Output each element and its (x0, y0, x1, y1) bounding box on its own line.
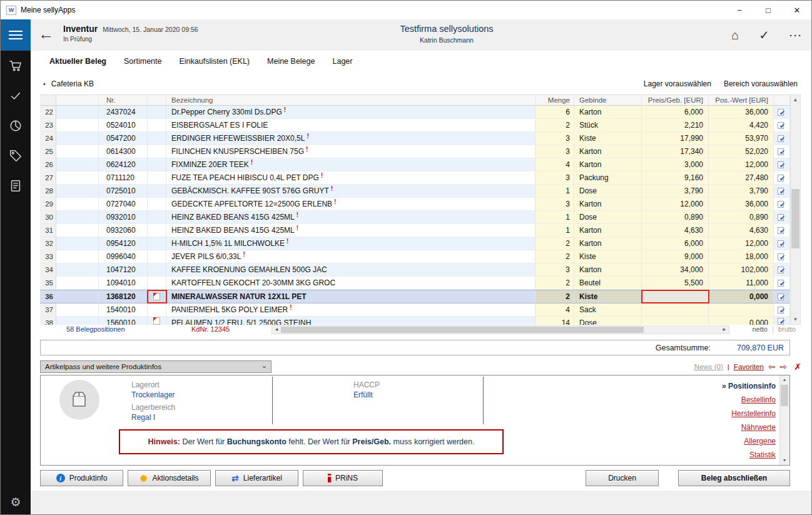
row-preis[interactable]: 0,890 (642, 211, 709, 223)
header-bezeichnung[interactable]: Bezeichnung (166, 95, 535, 105)
scroll-down-icon[interactable]: ▼ (791, 315, 800, 324)
row-check-icon[interactable] (778, 134, 786, 143)
row-preis[interactable]: 3,000 (642, 158, 709, 171)
checkmark-icon[interactable] (1, 81, 31, 111)
row-check-cell[interactable] (774, 277, 790, 289)
row-check-cell[interactable] (774, 224, 790, 237)
scrollbar-thumb[interactable] (791, 189, 799, 248)
row-check-icon[interactable] (778, 186, 786, 195)
bestellinfo-link[interactable]: Bestellinfo (722, 393, 776, 407)
brutto-toggle[interactable]: brutto (778, 325, 796, 333)
row-check-cell[interactable] (774, 198, 790, 210)
minimize-button[interactable]: − (725, 1, 754, 19)
table-row[interactable]: 310932060HEINZ BAKED BEANS 415G 425ML!1K… (40, 224, 790, 237)
allergene-link[interactable]: Allergene (722, 434, 776, 448)
close-panel-icon[interactable]: ✗ (794, 362, 801, 372)
nav-left-arrow-icon[interactable]: ⇦ (768, 362, 776, 371)
table-row[interactable]: 280725010GEBÄCKMISCH. KAFFEE 90ST 576G G… (40, 185, 790, 198)
header-wert[interactable]: Pos.-Wert [EUR] (709, 95, 774, 105)
row-check-cell[interactable] (774, 263, 790, 276)
scroll-right-icon[interactable]: ► (720, 326, 729, 334)
prins-button[interactable]: PRiNS (303, 470, 383, 486)
produktinfo-button[interactable]: i Produktinfo (40, 470, 123, 486)
table-row[interactable]: 351094010KARTOFFELN GEKOCHT 20-30MM 3KG … (40, 277, 790, 290)
row-check-cell[interactable] (774, 132, 790, 145)
row-check-cell[interactable] (774, 119, 790, 131)
pie-chart-icon[interactable] (1, 111, 31, 141)
row-preis[interactable]: 9,160 (642, 171, 709, 184)
tab-aktueller-beleg[interactable]: Aktueller Beleg (49, 57, 106, 66)
table-row[interactable]: 361368120MINERALWASSER NATUR 12X1L PET2K… (40, 290, 790, 303)
tab-lager[interactable]: Lager (332, 57, 352, 66)
positionsinfo-link[interactable]: » Positionsinfo (722, 379, 776, 393)
row-check-cell[interactable] (774, 145, 790, 158)
row-check-cell[interactable] (774, 317, 790, 325)
row-check-icon[interactable] (778, 121, 786, 130)
scrollbar-thumb[interactable] (781, 385, 788, 406)
table-row[interactable]: 320954120H-MILCH 1,5% 1L MILCHWOLKE!2Kar… (40, 237, 790, 250)
row-check-cell[interactable] (774, 185, 790, 197)
scroll-down-icon[interactable]: ▼ (780, 456, 789, 465)
table-row[interactable]: 222437024Dr.Pepper Cherry 330ml Ds.DPG!6… (40, 106, 790, 119)
row-check-cell[interactable] (774, 106, 790, 118)
row-preis[interactable]: 17,990 (642, 132, 709, 145)
tab-meine-belege[interactable]: Meine Belege (267, 57, 315, 66)
panel-scrollbar[interactable]: ▲ ▼ (779, 375, 789, 465)
table-row[interactable]: 250614300FILINCHEN KNUSPERSCHEIBEN 75G!3… (40, 145, 790, 158)
scroll-up-icon[interactable]: ▲ (780, 375, 789, 384)
news-link[interactable]: News (0) (694, 363, 723, 370)
tab-einkaufslisten[interactable]: Einkaufslisten (EKL) (179, 57, 250, 66)
beleg-abschliessen-button[interactable]: Beleg abschließen (678, 470, 790, 486)
row-preis[interactable]: 34,000 (642, 263, 709, 276)
statistik-link[interactable]: Statistik (722, 448, 776, 462)
row-check-cell[interactable] (774, 237, 790, 250)
row-check-cell[interactable] (774, 250, 790, 263)
row-preis[interactable] (642, 317, 709, 325)
row-check-icon[interactable] (778, 265, 786, 274)
price-tag-icon[interactable] (1, 141, 31, 171)
scroll-left-icon[interactable]: ◄ (272, 326, 281, 334)
table-row[interactable]: 290727040GEDECKTE APFELTORTE 12=2500G ER… (40, 198, 790, 211)
row-preis[interactable]: 5,500 (642, 277, 709, 289)
table-row[interactable]: 260624120FIXMINZE 20ER TEEK!4Karton3,000… (40, 158, 790, 171)
row-preis[interactable] (642, 303, 709, 316)
bereich-vorauswaehlen-link[interactable]: Bereich vorauswählen (724, 79, 798, 88)
table-row[interactable]: 371540010PANIERMEHL 5KG POLY LEIMER!4Sac… (40, 303, 790, 317)
table-row[interactable]: 341047120KAFFEE KROENUNG GEMAHLEN 500G J… (40, 263, 790, 277)
tab-sortimente[interactable]: Sortimente (124, 57, 161, 66)
row-check-cell[interactable] (774, 211, 790, 223)
maximize-button[interactable]: □ (754, 1, 783, 19)
header-preis[interactable]: Preis/Geb. [EUR] (642, 95, 709, 105)
row-check-icon[interactable] (778, 226, 786, 235)
header-nr[interactable]: Nr. (99, 95, 148, 105)
row-check-cell[interactable] (774, 290, 790, 303)
row-check-icon[interactable] (778, 160, 786, 169)
table-row[interactable]: 240547200ERDINGER HEFEWEISSBIER 20X0,5L!… (40, 132, 790, 145)
row-check-icon[interactable] (778, 147, 786, 156)
row-preis[interactable] (642, 290, 709, 303)
row-check-cell[interactable] (774, 171, 790, 184)
settings-gear-icon[interactable]: ⚙ (1, 495, 31, 509)
product-info-dropdown[interactable]: Artikelpass und weitere Produktinfos ⌄ (40, 360, 272, 373)
table-row[interactable]: 230524010EISBERGSALAT ES I FOLIE2Stück2,… (40, 119, 790, 132)
row-check-icon[interactable] (778, 200, 786, 208)
table-row[interactable]: 381560010PFLAUMEN 1/2 FRU. 5/1 2500G STE… (40, 317, 790, 325)
scroll-up-icon[interactable]: ▲ (791, 95, 800, 105)
table-vertical-scrollbar[interactable]: ▲ ▼ (790, 94, 801, 325)
table-row[interactable]: 330996040JEVER PILS 6/0,33L!2Kiste9,0001… (40, 250, 790, 263)
row-check-cell[interactable] (774, 158, 790, 171)
row-check-cell[interactable] (774, 303, 790, 316)
row-check-icon[interactable] (778, 292, 786, 301)
favoriten-link[interactable]: Favoriten (734, 363, 764, 370)
drucken-button[interactable]: Drucken (586, 470, 659, 486)
row-preis[interactable]: 3,790 (642, 185, 709, 197)
row-preis[interactable]: 6,000 (642, 106, 709, 118)
row-check-icon[interactable] (778, 252, 786, 261)
row-preis[interactable]: 4,630 (642, 224, 709, 237)
naehrwerte-link[interactable]: Nährwerte (722, 421, 776, 434)
scrollbar-thumb[interactable] (281, 327, 644, 333)
more-options-icon[interactable]: ··· (789, 30, 803, 41)
row-check-icon[interactable] (778, 278, 786, 287)
catalog-book-icon[interactable] (1, 171, 31, 201)
lager-vorauswaehlen-link[interactable]: Lager vorauswählen (644, 79, 711, 88)
